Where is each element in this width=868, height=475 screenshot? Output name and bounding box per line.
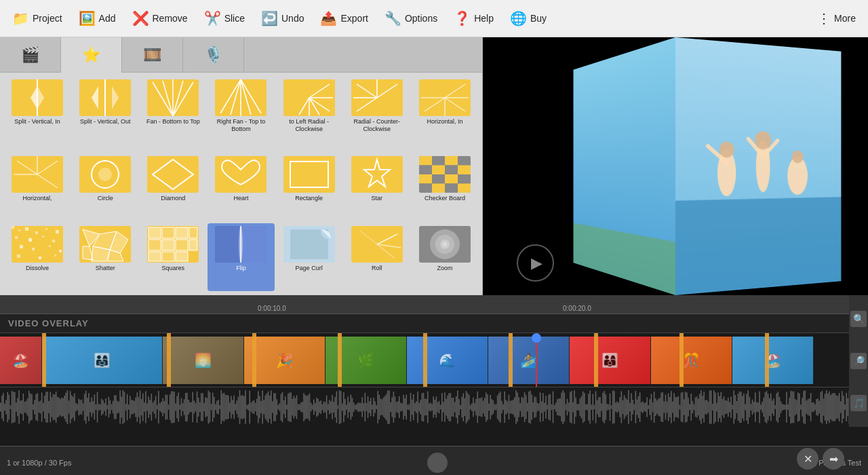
video-clip-10[interactable]: 🏖️	[732, 337, 814, 384]
video-clip-7[interactable]: 🏄	[488, 337, 570, 384]
svg-rect-223	[118, 402, 119, 413]
svg-rect-267	[181, 398, 182, 416]
svg-rect-393	[360, 403, 361, 412]
transition-zoom[interactable]: Zoom	[412, 223, 478, 291]
svg-rect-367	[323, 402, 325, 413]
transition-flip[interactable]: Flip	[208, 223, 274, 291]
svg-rect-731	[842, 391, 843, 423]
svg-rect-325	[264, 400, 265, 415]
video-clip-1[interactable]: 🏖️	[0, 337, 42, 384]
transition-star[interactable]: Star	[344, 153, 410, 221]
transition-fan-bottom-top[interactable]: Fan - Bottom to Top	[140, 77, 206, 152]
svg-rect-463	[460, 405, 461, 409]
svg-rect-511	[528, 392, 530, 423]
undo-label: Undo	[281, 13, 304, 24]
video-clip-9[interactable]: 🎊	[651, 337, 732, 384]
transition-heart[interactable]: Heart	[208, 153, 274, 221]
playhead[interactable]	[536, 333, 537, 387]
tab-favorites[interactable]: ⭐	[61, 37, 122, 73]
transition-rectangle[interactable]: Rectangle	[276, 153, 342, 221]
svg-rect-723	[830, 395, 831, 419]
slice-button[interactable]: ✂️ Slice	[197, 7, 252, 29]
svg-rect-665	[748, 390, 749, 424]
svg-rect-506	[521, 397, 523, 417]
svg-rect-359	[312, 404, 313, 409]
toolbar: 📁 Project 🖼️ Add ❌ Remove ✂️ Slice ↩️ Un…	[0, 0, 868, 37]
svg-rect-708	[809, 398, 810, 416]
audio-icon-button[interactable]: 🎵	[850, 395, 867, 411]
tab-audio[interactable]: 🎙️	[183, 37, 244, 73]
transition-pagecurl[interactable]: Page Curl	[276, 223, 342, 291]
svg-rect-652	[729, 402, 730, 413]
transition-radial-smooth2[interactable]: Horizontal,	[4, 153, 71, 221]
clip-thumb-10: 🏖️	[732, 337, 813, 384]
undo-button[interactable]: ↩️ Undo	[254, 7, 311, 29]
svg-rect-210	[100, 404, 101, 410]
svg-rect-497	[509, 395, 510, 419]
svg-rect-276	[194, 401, 195, 414]
svg-rect-403	[374, 401, 376, 413]
video-clip-3[interactable]: 🌅	[163, 337, 244, 384]
play-button[interactable]: ▶	[517, 244, 554, 282]
transition-radial-cw[interactable]: to Left Radial - Clockwise	[276, 77, 342, 152]
transition-roll[interactable]: Roll	[344, 223, 410, 291]
svg-rect-647	[722, 399, 724, 415]
svg-rect-515	[534, 396, 536, 418]
tab-transitions[interactable]: 🎬	[0, 37, 61, 73]
transition-split-v-in[interactable]: Split - Vertical, In	[4, 77, 71, 152]
svg-rect-576	[621, 391, 623, 423]
svg-rect-610	[669, 397, 671, 417]
transition-shatter[interactable]: Shatter	[72, 223, 138, 291]
nav-overlay-button[interactable]: ➡	[823, 448, 844, 470]
svg-rect-389	[355, 405, 356, 410]
svg-rect-522	[544, 403, 545, 412]
svg-rect-418	[396, 402, 397, 412]
close-overlay-button[interactable]: ✕	[797, 448, 818, 470]
svg-rect-147	[10, 405, 12, 409]
zoom-in-button[interactable]: 🔍	[850, 311, 867, 327]
transition-diamond[interactable]: Diamond	[140, 153, 206, 221]
svg-rect-233	[132, 400, 134, 415]
svg-rect-85	[32, 248, 35, 250]
transition-thumb-radial-smooth2	[12, 156, 63, 193]
buy-button[interactable]: 🌐 Buy	[503, 7, 553, 29]
zoom-out-button[interactable]: 🔎	[850, 353, 867, 369]
svg-rect-416	[393, 392, 395, 423]
transition-circle[interactable]: Circle	[72, 153, 138, 221]
transition-split-v-out[interactable]: Split - Vertical, Out	[72, 77, 138, 152]
transition-radial-ccw[interactable]: Radial - Counter-Clockwise	[344, 77, 410, 152]
transition-radial-smooth[interactable]: Horizontal, In	[412, 77, 478, 152]
video-clip-2[interactable]: 👨‍👩‍👧	[42, 337, 163, 384]
tab-clips[interactable]: 🎞️	[122, 37, 183, 73]
audio-waveform-svg	[0, 387, 849, 427]
remove-button[interactable]: ❌ Remove	[125, 7, 195, 29]
svg-rect-295	[221, 390, 222, 424]
video-clip-6[interactable]: 🌊	[407, 337, 488, 384]
svg-rect-390	[356, 404, 357, 411]
video-clip-4[interactable]: 🎉	[244, 337, 326, 384]
add-button[interactable]: 🖼️ Add	[72, 7, 123, 29]
transition-squares[interactable]: Squares	[140, 223, 206, 291]
more-button[interactable]: ⋮ More	[810, 7, 863, 29]
svg-rect-417	[395, 396, 396, 418]
svg-rect-70	[432, 184, 445, 193]
export-button[interactable]: 📤 Export	[313, 7, 374, 29]
svg-rect-361	[315, 403, 316, 411]
svg-rect-369	[326, 396, 328, 419]
transition-checkerboard[interactable]: Checker Board	[412, 153, 478, 221]
svg-rect-297	[224, 393, 225, 421]
svg-rect-384	[347, 396, 349, 418]
project-button[interactable]: 📁 Project	[5, 7, 69, 29]
transition-dissolve[interactable]: Dissolve	[4, 223, 71, 291]
svg-rect-531	[557, 399, 558, 415]
help-button[interactable]: ❓ Help	[447, 7, 500, 29]
video-clip-8[interactable]: 👨‍👩‍👦	[570, 337, 651, 384]
svg-rect-624	[689, 404, 690, 411]
svg-rect-580	[627, 400, 628, 415]
svg-rect-711	[813, 402, 814, 412]
svg-rect-650	[726, 401, 728, 414]
options-button[interactable]: 🔧 Options	[378, 7, 444, 29]
transition-fan-top-bottom[interactable]: Right Fan - Top to Bottom	[208, 77, 274, 152]
svg-rect-212	[102, 400, 104, 414]
svg-rect-377	[338, 405, 339, 408]
